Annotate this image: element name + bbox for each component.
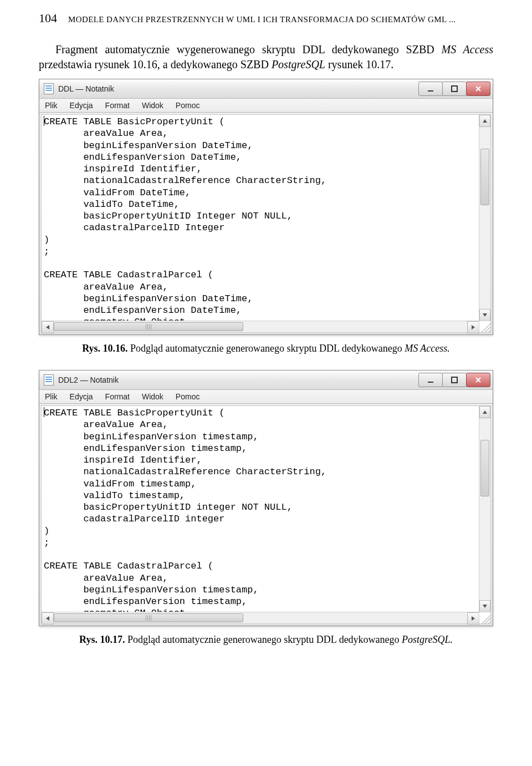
close-button[interactable] [466,82,490,96]
scroll-down-button[interactable] [479,600,490,612]
menu-widok[interactable]: Widok [142,101,163,110]
caption2-term: PostgreSQL. [402,634,453,645]
titlebar[interactable]: DDL — Notatnik [39,79,493,99]
svg-marker-5 [472,325,475,329]
text-caret [44,116,44,126]
para-e: rysunek 10.17. [325,58,393,70]
scroll-track[interactable] [479,418,490,601]
scroll-left-button[interactable] [42,612,54,625]
menu-pomoc[interactable]: Pomoc [176,101,200,110]
editor-area: CREATE TABLE BasicPropertyUnit ( areaVal… [41,114,491,333]
para-d: PostgreSQL [272,58,325,70]
scroll-down-button[interactable] [479,309,490,321]
menu-widok[interactable]: Widok [142,392,163,401]
menu-format[interactable]: Format [105,392,130,401]
chevron-right-icon [470,324,476,330]
text-caret [44,407,44,417]
menubar: Plik Edycja Format Widok Pomoc [39,99,493,113]
page-header: 104 MODELE DANYCH PRZESTRZENNYCH W UML I… [39,11,493,26]
menu-plik[interactable]: Plik [45,392,58,401]
svg-marker-9 [483,605,487,608]
svg-marker-4 [46,325,49,329]
caption2-text: Podgląd automatycznie generowanego skryp… [125,634,402,645]
svg-rect-7 [452,377,457,383]
svg-rect-1 [452,86,457,92]
scroll-left-button[interactable] [42,321,54,333]
chevron-left-icon [45,324,50,330]
scroll-thumb[interactable] [480,149,489,205]
close-icon [474,85,482,93]
menu-edycja[interactable]: Edycja [70,392,93,401]
maximize-button[interactable] [442,82,467,96]
notepad-window-2: DDL2 — Notatnik Plik Edycja Format Widok… [39,370,493,626]
para-b: MS Access [441,43,493,55]
minimize-icon [427,85,434,93]
notepad-window-1: DDL — Notatnik Plik Edycja Format Widok … [39,79,493,335]
scroll-track[interactable] [479,126,490,310]
chevron-down-icon [482,312,488,318]
scroll-right-button[interactable] [467,321,479,333]
vertical-scrollbar[interactable] [479,115,490,321]
chevron-up-icon [482,118,488,124]
svg-marker-3 [483,313,487,317]
minimize-icon [427,376,434,384]
figure-caption-1: Rys. 10.16. Podgląd automatycznie genero… [39,343,493,354]
figure-caption-2: Rys. 10.17. Podgląd automatycznie genero… [39,634,493,646]
editor-area: CREATE TABLE BasicPropertyUnit ( areaVal… [41,405,491,624]
horizontal-scrollbar[interactable] [42,612,479,623]
close-button[interactable] [466,373,490,387]
horizontal-scrollbar[interactable] [42,321,479,332]
chevron-down-icon [482,603,488,609]
caption1-text: Podgląd automatycznie generowanego skryp… [128,343,405,354]
svg-marker-10 [46,616,49,621]
svg-rect-0 [428,90,433,92]
chevron-right-icon [470,616,476,621]
svg-marker-8 [483,410,487,414]
titlebar[interactable]: DDL2 — Notatnik [39,371,493,390]
scroll-right-button[interactable] [467,612,479,625]
maximize-button[interactable] [442,373,467,387]
window-title: DDL2 — Notatnik [58,376,119,384]
svg-marker-11 [472,616,475,621]
menu-pomoc[interactable]: Pomoc [176,392,200,401]
chevron-left-icon [45,616,50,621]
window-title: DDL — Notatnik [58,84,114,93]
grip-icon [146,615,151,621]
caption2-label: Rys. 10.17. [79,634,125,645]
menubar: Plik Edycja Format Widok Pomoc [39,390,493,404]
menu-edycja[interactable]: Edycja [70,101,93,110]
intro-paragraph: Fragment automatycznie wygenerowanego sk… [39,42,493,72]
page-number: 104 [39,11,57,26]
hscroll-thumb[interactable] [54,322,243,331]
svg-marker-2 [483,119,487,123]
scroll-up-button[interactable] [479,115,490,127]
close-icon [474,376,482,384]
svg-rect-6 [428,382,433,383]
chevron-up-icon [482,409,488,415]
resize-grip[interactable] [479,612,490,623]
grip-icon [146,324,151,329]
editor-content[interactable]: CREATE TABLE BasicPropertyUnit ( areaVal… [42,115,490,332]
hscroll-thumb[interactable] [54,613,243,622]
menu-format[interactable]: Format [105,101,130,110]
running-head: MODELE DANYCH PRZESTRZENNYCH W UML I ICH… [68,15,456,24]
caption1-label: Rys. 10.16. [82,343,127,354]
editor-content[interactable]: CREATE TABLE BasicPropertyUnit ( areaVal… [42,406,490,623]
menu-plik[interactable]: Plik [45,101,58,110]
scroll-up-button[interactable] [479,406,490,418]
vertical-scrollbar[interactable] [479,406,490,612]
para-c: przedstawia rysunek 10.16, a dedykowaneg… [39,58,272,70]
maximize-icon [451,85,458,93]
minimize-button[interactable] [418,373,443,387]
maximize-icon [451,376,458,384]
notepad-icon [44,374,54,385]
caption1-term: MS Access. [405,343,450,354]
resize-grip[interactable] [479,321,490,332]
para-a: Fragment automatycznie wygenerowanego sk… [55,43,441,55]
scroll-thumb[interactable] [480,440,489,496]
minimize-button[interactable] [418,82,443,96]
notepad-icon [44,83,54,94]
